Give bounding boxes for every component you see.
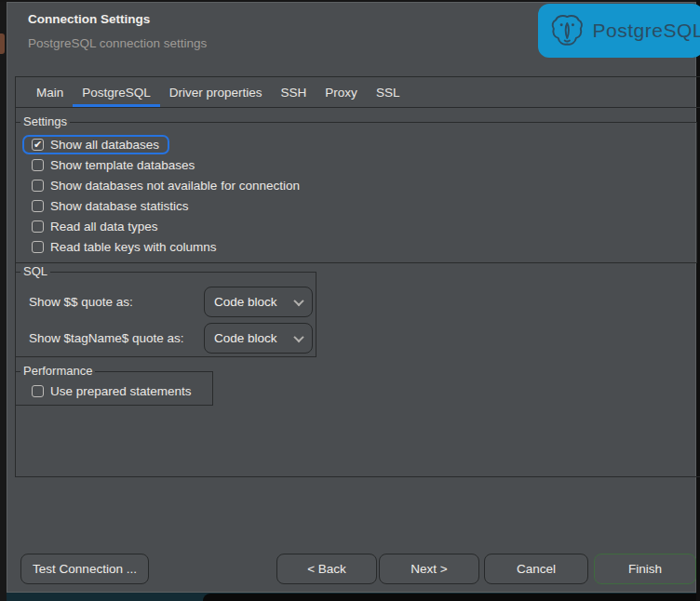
- checkbox-label: Read all data types: [50, 220, 158, 234]
- tab-ssl[interactable]: SSL: [367, 77, 410, 107]
- tab-proxy[interactable]: Proxy: [316, 77, 367, 107]
- desktop-left-edge-notch: [0, 33, 5, 54]
- sql-group-title: SQL: [20, 264, 50, 278]
- tab-bar: Main PostgreSQL Driver properties SSH Pr…: [16, 77, 700, 108]
- page-subtitle: PostgreSQL connection settings: [28, 36, 207, 50]
- background-window-strip-dark: [203, 594, 700, 601]
- checkmark-icon: ✔: [34, 140, 42, 150]
- checkbox-show-databases-not-available[interactable]: Show databases not available for connect…: [16, 175, 696, 195]
- settings-group-title: Settings: [20, 114, 70, 128]
- checkbox-show-template-databases[interactable]: Show template databases: [16, 154, 696, 175]
- checkbox-show-all-databases[interactable]: ✔ Show all databases: [16, 134, 696, 154]
- tagname-quote-label: Show $tagName$ quote as:: [29, 323, 184, 354]
- desktop-background: Connection Settings PostgreSQL connectio…: [0, 0, 700, 601]
- checkbox-read-all-data-types[interactable]: Read all data types: [16, 216, 696, 236]
- desktop-left-edge: [0, 0, 7, 601]
- finish-button[interactable]: Finish: [594, 554, 696, 584]
- tagname-quote-dropdown[interactable]: Code block: [204, 323, 313, 354]
- cancel-button[interactable]: Cancel: [484, 554, 588, 584]
- next-button[interactable]: Next >: [379, 554, 479, 584]
- page-title: Connection Settings: [28, 12, 150, 26]
- chevron-down-icon: [293, 331, 303, 341]
- dollar-quote-dropdown[interactable]: Code block: [204, 287, 313, 317]
- dropdown-value: Code block: [214, 295, 295, 309]
- postgresql-elephant-icon: [549, 11, 586, 50]
- checkbox-use-prepared-statements[interactable]: Use prepared statements: [16, 381, 212, 401]
- checkbox-unchecked-icon[interactable]: [32, 159, 44, 171]
- chevron-down-icon: [293, 295, 303, 305]
- test-connection-button[interactable]: Test Connection ...: [20, 554, 149, 584]
- checkbox-unchecked-icon[interactable]: [32, 200, 44, 212]
- dollar-quote-label: Show $$ quote as:: [29, 287, 133, 317]
- postgresql-logo-badge: PostgreSQL: [538, 4, 700, 58]
- settings-group: Settings ✔ Show all databases Show templ…: [15, 122, 697, 263]
- performance-group-title: Performance: [20, 364, 95, 378]
- checkbox-unchecked-icon[interactable]: [32, 180, 44, 192]
- checkbox-label: Show all databases: [50, 138, 159, 152]
- tab-driver-properties[interactable]: Driver properties: [160, 77, 272, 107]
- back-button[interactable]: < Back: [276, 554, 377, 584]
- checkbox-unchecked-icon[interactable]: [32, 241, 44, 253]
- checkbox-checked-icon[interactable]: ✔: [32, 139, 44, 151]
- checkbox-label: Show database statistics: [50, 199, 189, 213]
- sql-group: SQL Show $$ quote as: Code block Show $t…: [15, 272, 316, 357]
- checkbox-label: Use prepared statements: [50, 384, 192, 398]
- checkbox-label: Read table keys with columns: [50, 240, 217, 254]
- dropdown-value: Code block: [214, 331, 295, 345]
- checkbox-label: Show template databases: [50, 158, 195, 172]
- focus-ring: ✔ Show all databases: [22, 135, 169, 154]
- checkbox-unchecked-icon[interactable]: [32, 385, 44, 397]
- checkbox-label: Show databases not available for connect…: [50, 179, 300, 193]
- checkbox-unchecked-icon[interactable]: [32, 220, 44, 233]
- checkbox-read-table-keys[interactable]: Read table keys with columns: [16, 236, 696, 257]
- postgresql-logo-text: PostgreSQL: [593, 20, 700, 42]
- checkbox-show-database-statistics[interactable]: Show database statistics: [16, 195, 696, 216]
- settings-checkbox-list: ✔ Show all databases Show template datab…: [16, 123, 696, 257]
- tab-ssh[interactable]: SSH: [272, 77, 316, 107]
- performance-group: Performance Use prepared statements: [15, 371, 213, 406]
- connection-settings-dialog: Connection Settings PostgreSQL connectio…: [7, 2, 696, 593]
- tab-main[interactable]: Main: [27, 77, 73, 107]
- tab-postgresql[interactable]: PostgreSQL: [73, 77, 160, 107]
